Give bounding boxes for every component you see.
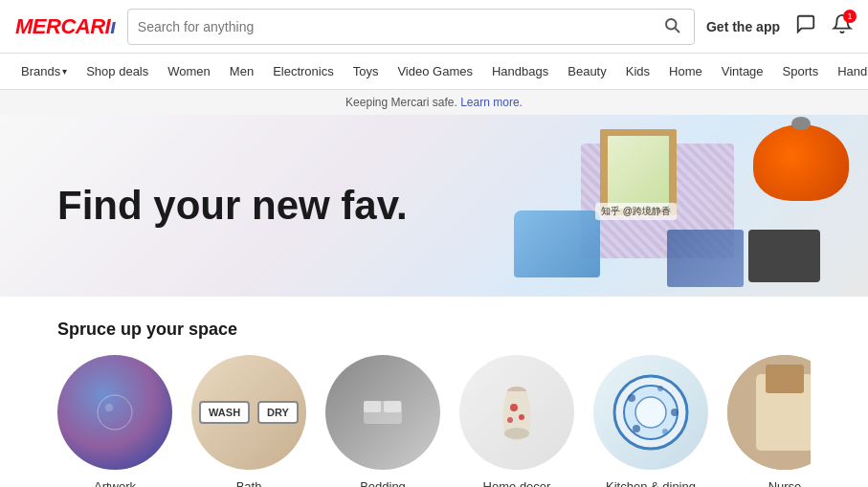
spruce-section-title: Spruce up your space bbox=[57, 320, 811, 340]
nav-item-men[interactable]: Men bbox=[220, 54, 263, 90]
svg-point-9 bbox=[510, 404, 518, 411]
svg-point-16 bbox=[657, 386, 663, 391]
svg-rect-5 bbox=[364, 401, 381, 412]
chat-icon bbox=[795, 13, 816, 34]
svg-point-3 bbox=[105, 404, 113, 411]
nav-item-toys[interactable]: Toys bbox=[344, 54, 389, 90]
category-home-decor-label: Home decor bbox=[483, 479, 551, 487]
watermark: 知乎 @跨境静香 bbox=[595, 203, 677, 220]
category-bedding[interactable]: Bedding bbox=[325, 355, 440, 487]
svg-rect-22 bbox=[766, 365, 804, 393]
spruce-section: Spruce up your space Artwork WASH bbox=[0, 297, 868, 487]
category-kitchen[interactable]: Kitchen & dining bbox=[593, 355, 708, 487]
nav-item-sports[interactable]: Sports bbox=[773, 54, 829, 90]
category-bath-label: Bath bbox=[236, 479, 262, 487]
nav-item-handbags[interactable]: Handbags bbox=[482, 54, 558, 90]
search-button[interactable] bbox=[659, 16, 684, 37]
search-input[interactable] bbox=[138, 19, 659, 34]
nav-item-vintage[interactable]: Vintage bbox=[712, 54, 773, 90]
hero-banner[interactable]: Find your new fav. 知乎 @跨境静香 bbox=[0, 115, 868, 297]
category-artwork[interactable]: Artwork bbox=[57, 355, 172, 487]
svg-point-14 bbox=[635, 397, 666, 428]
category-home-decor[interactable]: Home decor bbox=[459, 355, 574, 487]
vase-icon bbox=[493, 374, 541, 451]
category-bedding-label: Bedding bbox=[360, 479, 406, 487]
hero-jacket bbox=[514, 210, 600, 277]
category-bedding-image bbox=[325, 355, 440, 470]
safety-bar: Keeping Mercari safe. Learn more. bbox=[0, 90, 868, 115]
svg-point-11 bbox=[507, 417, 513, 423]
logo[interactable]: MERCARIı bbox=[15, 14, 116, 39]
category-home-decor-image bbox=[459, 355, 574, 470]
artwork-bg bbox=[57, 355, 172, 470]
hero-headline: Find your new fav. bbox=[0, 184, 465, 228]
safety-link[interactable]: Learn more. bbox=[460, 96, 523, 109]
nav-item-handmade[interactable]: Handmade bbox=[828, 54, 868, 90]
svg-point-2 bbox=[98, 395, 132, 430]
svg-point-19 bbox=[633, 425, 640, 432]
notification-badge: 1 bbox=[843, 10, 857, 23]
nav-item-shop-deals[interactable]: Shop deals bbox=[77, 54, 158, 90]
category-grid: Artwork WASH DRY Bath bbox=[57, 355, 811, 487]
notification-button[interactable]: 1 bbox=[832, 13, 853, 39]
search-bar[interactable] bbox=[127, 9, 695, 45]
homedecor-bg bbox=[459, 355, 574, 470]
svg-line-1 bbox=[675, 28, 679, 32]
bedding-decoration bbox=[359, 393, 407, 432]
svg-rect-6 bbox=[384, 401, 401, 412]
chevron-down-icon: ▾ bbox=[62, 66, 67, 77]
hero-pot bbox=[753, 124, 849, 201]
svg-point-15 bbox=[628, 394, 635, 402]
safety-text: Keeping Mercari safe. bbox=[345, 96, 457, 109]
svg-point-10 bbox=[519, 414, 524, 420]
nav-item-kids[interactable]: Kids bbox=[616, 54, 659, 90]
nav-item-home[interactable]: Home bbox=[659, 54, 712, 90]
svg-point-18 bbox=[662, 429, 668, 434]
nurse-decoration bbox=[727, 355, 811, 470]
hero-tablet bbox=[748, 230, 820, 282]
nav-item-electronics[interactable]: Electronics bbox=[263, 54, 344, 90]
bath-bg: WASH DRY bbox=[191, 355, 306, 470]
category-artwork-image bbox=[57, 355, 172, 470]
category-nurse-label: Nurse bbox=[768, 479, 802, 487]
category-nurse[interactable]: Nurse bbox=[727, 355, 811, 487]
nav-item-brands[interactable]: Brands ▾ bbox=[11, 54, 77, 90]
svg-point-17 bbox=[671, 409, 679, 416]
nav-item-video-games[interactable]: Video Games bbox=[388, 54, 482, 90]
category-kitchen-label: Kitchen & dining bbox=[606, 479, 696, 487]
chat-button[interactable] bbox=[795, 13, 816, 39]
nav-bar: Brands ▾ Shop deals Women Men Electronic… bbox=[0, 54, 868, 90]
category-kitchen-image bbox=[593, 355, 708, 470]
nav-item-women[interactable]: Women bbox=[158, 54, 220, 90]
nurse-bg bbox=[727, 355, 811, 470]
nav-item-beauty[interactable]: Beauty bbox=[558, 54, 615, 90]
kitchen-bg bbox=[593, 355, 708, 470]
category-bath-image: WASH DRY bbox=[191, 355, 306, 470]
header-actions: Get the app 1 bbox=[706, 13, 853, 39]
category-nurse-image bbox=[727, 355, 811, 470]
category-artwork-label: Artwork bbox=[94, 479, 136, 487]
get-app-button[interactable]: Get the app bbox=[706, 19, 780, 34]
artwork-decoration bbox=[96, 393, 134, 432]
logo-dot: ı bbox=[110, 14, 116, 38]
category-bath[interactable]: WASH DRY Bath bbox=[191, 355, 306, 487]
header: MERCARIı Get the app 1 bbox=[0, 0, 868, 54]
search-icon bbox=[663, 16, 680, 33]
hero-book bbox=[667, 230, 744, 287]
svg-point-8 bbox=[504, 428, 529, 439]
bedding-bg bbox=[325, 355, 440, 470]
hero-frame-inner bbox=[608, 136, 669, 209]
plate-icon bbox=[608, 369, 694, 455]
